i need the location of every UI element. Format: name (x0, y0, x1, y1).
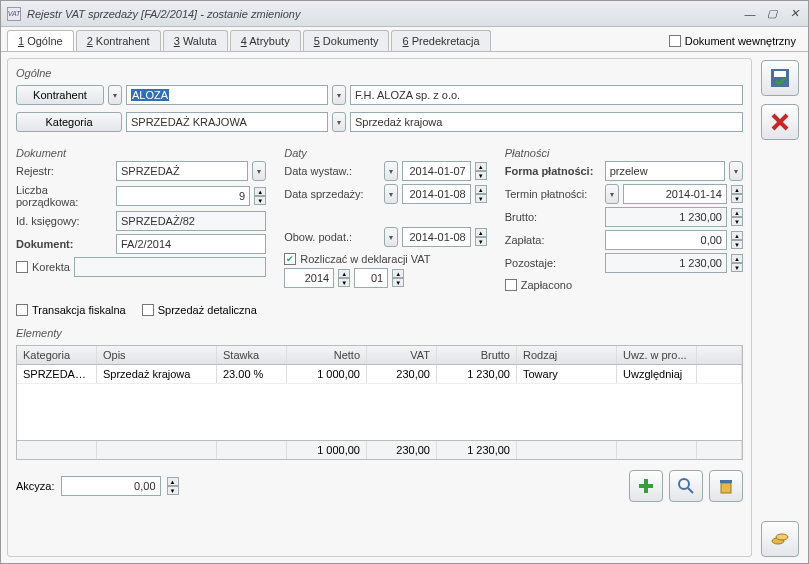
tab-predekretacja[interactable]: 6 Predekretacja (391, 30, 490, 51)
th-netto[interactable]: Netto (287, 346, 367, 364)
tab-atrybuty[interactable]: 4 Atrybuty (230, 30, 301, 51)
svg-rect-4 (721, 483, 731, 493)
doknr-input[interactable]: FA/2/2014 (116, 234, 266, 254)
group-dokument-title: Dokument (16, 147, 266, 159)
obow-cal[interactable] (384, 227, 398, 247)
kategoria-button[interactable]: Kategoria (16, 112, 122, 132)
forma-select[interactable]: przelew (605, 161, 725, 181)
th-brutto[interactable]: Brutto (437, 346, 517, 364)
th-end (697, 346, 742, 364)
row-fiscal-options: Transakcja fiskalna Sprzedaż detaliczna (16, 304, 743, 316)
akcyza-input[interactable]: 0,00 (61, 476, 161, 496)
th-opis[interactable]: Opis (97, 346, 217, 364)
termin-cal[interactable] (605, 184, 619, 204)
table-empty-area[interactable] (17, 384, 742, 440)
magnifier-icon (677, 477, 695, 495)
plus-icon (637, 477, 655, 495)
cancel-button[interactable] (761, 104, 799, 140)
th-uwz[interactable]: Uwz. w pro... (617, 346, 697, 364)
th-kategoria[interactable]: Kategoria (17, 346, 97, 364)
svg-point-11 (776, 534, 788, 540)
table-row[interactable]: SPRZEDAŻ ... Sprzedaż krajowa 23.00 % 1 … (17, 365, 742, 384)
forma-dropdown[interactable] (729, 161, 743, 181)
termin-label: Termin płatności: (505, 188, 601, 200)
kontrahent-name-input[interactable]: F.H. ALOZA sp. z o.o. (350, 85, 743, 105)
add-button[interactable] (629, 470, 663, 502)
kontrahent-code-dropdown[interactable] (332, 85, 346, 105)
kontrahent-type-dropdown[interactable] (108, 85, 122, 105)
detal-label: Sprzedaż detaliczna (158, 304, 257, 316)
trash-icon (717, 477, 735, 495)
data-sprzed-spin[interactable]: ▲▼ (475, 185, 487, 203)
titlebar: VAT Rejestr VAT sprzedaży [FA/2/2014] - … (1, 1, 808, 27)
table-header: Kategoria Opis Stawka Netto VAT Brutto R… (17, 346, 742, 365)
pozostaje-spin[interactable]: ▲▼ (731, 254, 743, 272)
th-stawka[interactable]: Stawka (217, 346, 287, 364)
col-daty: Daty Data wystaw.: 2014-01-07 ▲▼ Data sp… (284, 143, 487, 294)
detal-checkbox[interactable] (142, 304, 154, 316)
coins-button[interactable] (761, 521, 799, 557)
obow-spin[interactable]: ▲▼ (475, 228, 487, 246)
tab-dokumenty[interactable]: 5 Dokumenty (303, 30, 390, 51)
korekta-checkbox[interactable] (16, 261, 28, 273)
kontrahent-button[interactable]: Kontrahent (16, 85, 104, 105)
data-sprzed-input[interactable]: 2014-01-08 (402, 184, 471, 204)
svg-point-2 (679, 479, 689, 489)
tab-waluta[interactable]: 3 Waluta (163, 30, 228, 51)
row-kategoria: Kategoria SPRZEDAŻ KRAJOWA Sprzedaż kraj… (16, 112, 743, 132)
data-wystaw-label: Data wystaw.: (284, 165, 380, 177)
korekta-input (74, 257, 266, 277)
lp-spinner[interactable]: ▲▼ (254, 187, 266, 205)
dekl-month-spin[interactable]: ▲▼ (392, 269, 404, 287)
lookup-button[interactable] (669, 470, 703, 502)
kategoria-name-input[interactable]: Sprzedaż krajowa (350, 112, 743, 132)
kontrahent-code-input[interactable]: ALOZA (126, 85, 328, 105)
zaplata-input[interactable]: 0,00 (605, 230, 727, 250)
svg-rect-5 (720, 480, 732, 483)
th-vat[interactable]: VAT (367, 346, 437, 364)
th-rodzaj[interactable]: Rodzaj (517, 346, 617, 364)
lp-input[interactable]: 9 (116, 186, 250, 206)
data-sprzed-cal[interactable] (384, 184, 398, 204)
zaplata-spin[interactable]: ▲▼ (731, 231, 743, 249)
zaplata-label: Zapłata: (505, 234, 601, 246)
close-button[interactable]: ✕ (786, 7, 802, 21)
internal-doc-checkbox[interactable] (669, 35, 681, 47)
rejestr-select[interactable]: SPRZEDAŻ (116, 161, 248, 181)
forma-label: Forma płatności: (505, 165, 601, 177)
akcyza-spin[interactable]: ▲▼ (167, 477, 179, 495)
tab-kontrahent[interactable]: 2 Kontrahent (76, 30, 161, 51)
data-wystaw-cal[interactable] (384, 161, 398, 181)
data-sprzed-label: Data sprzedaży: (284, 188, 380, 200)
section-general-title: Ogólne (16, 65, 743, 81)
data-wystaw-input[interactable]: 2014-01-07 (402, 161, 471, 181)
content: Ogólne Kontrahent ALOZA F.H. ALOZA sp. z… (1, 52, 808, 563)
dekl-year-spin[interactable]: ▲▼ (338, 269, 350, 287)
dekl-month-input[interactable]: 01 (354, 268, 388, 288)
minimize-button[interactable]: — (742, 7, 758, 21)
brutto-label: Brutto: (505, 211, 601, 223)
kategoria-code-dropdown[interactable] (332, 112, 346, 132)
tab-general[interactable]: 1 Ogólne (7, 30, 74, 51)
maximize-button[interactable]: ▢ (764, 7, 780, 21)
fiscal-checkbox[interactable] (16, 304, 28, 316)
obow-input[interactable]: 2014-01-08 (402, 227, 471, 247)
kategoria-code-input[interactable]: SPRZEDAŻ KRAJOWA (126, 112, 328, 132)
doknr-label: Dokument: (16, 238, 112, 250)
termin-spin[interactable]: ▲▼ (731, 185, 743, 203)
obow-label: Obow. podat.: (284, 231, 380, 243)
fiscal-label: Transakcja fiskalna (32, 304, 126, 316)
zaplacono-checkbox[interactable] (505, 279, 517, 291)
rejestr-dropdown[interactable] (252, 161, 266, 181)
pozostaje-value: 1 230,00 (605, 253, 727, 273)
save-button[interactable] (761, 60, 799, 96)
rozliczac-checkbox[interactable]: ✔ (284, 253, 296, 265)
termin-input[interactable]: 2014-01-14 (623, 184, 727, 204)
brutto-spin[interactable]: ▲▼ (731, 208, 743, 226)
window-title: Rejestr VAT sprzedaży [FA/2/2014] - zost… (27, 8, 736, 20)
coins-icon (770, 529, 790, 549)
delete-button[interactable] (709, 470, 743, 502)
data-wystaw-spin[interactable]: ▲▼ (475, 162, 487, 180)
dekl-year-input[interactable]: 2014 (284, 268, 334, 288)
x-icon (770, 112, 790, 132)
